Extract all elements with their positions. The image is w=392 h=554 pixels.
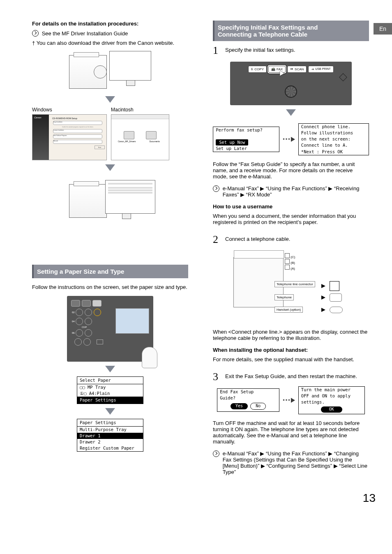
lcd-row-mptray: MP Tray <box>88 385 106 390</box>
install-illustration-2 <box>32 176 188 225</box>
section-fax-heading: Specifying Initial Fax Settings and Conn… <box>213 21 369 41</box>
install-ref-1-text: See the MF Driver Installation Guide <box>42 30 128 37</box>
win-installer-title: CD-ROM/DVD-ROM Setup <box>52 117 103 120</box>
install-ref-2-text: You can also download the driver from th… <box>37 40 175 46</box>
control-panel-illustration: 02 04 CO/P 06 <box>67 296 153 362</box>
ref-arrow-icon <box>213 185 219 192</box>
install-ref-2: † You can also download the driver from … <box>32 40 188 46</box>
dots-arrow-icon: ••• <box>283 136 295 142</box>
function-button-panel: ⎘COPY 📠FAX ⮕SCAN ⇥USB PRINT <box>230 62 352 105</box>
lcdA-setup-later: Set up Later <box>213 145 279 152</box>
ref-fax-2: e-Manual “Fax” ▶ “Using the Fax Function… <box>213 450 369 475</box>
phone-connection-illustration: (C) (B) (A) Telephone line connector Tel… <box>233 249 348 323</box>
lcd-row-register: Register Custom Paper <box>77 445 143 451</box>
lcdC-l2: Guide? <box>217 395 279 401</box>
label-phone: Telephone <box>274 294 294 300</box>
lcdC-l1: End Fax Setup <box>217 389 279 395</box>
scan-button: ⮕SCAN <box>287 66 307 73</box>
step2-paragraph: When <Connect phone line.> appears on th… <box>213 329 369 341</box>
label-c: (C) <box>285 253 295 259</box>
win-btn-start: Start Software Programs <box>53 134 102 138</box>
lcdB-l1: Connect phone line. <box>299 124 369 130</box>
lcdD-l3: settings. <box>299 399 364 405</box>
os-windows-label: Windows <box>32 107 109 113</box>
win-btn-manuals: Manuals <box>53 140 102 144</box>
how-paragraph: When you send a document, the sender inf… <box>213 213 369 225</box>
lcd-row-drawer1: Drawer 1 <box>77 433 143 439</box>
lcdC-no: No <box>250 403 266 410</box>
copy-button: ⎘COPY <box>248 66 267 73</box>
home-icon <box>339 73 347 81</box>
section-paper-heading: Setting a Paper Size and Type <box>32 265 188 278</box>
lcdA-setup-now: Set up Now <box>216 139 248 145</box>
windows-installer-screenshot: Canon CD-ROM/DVD-ROM Setup Easy Installa… <box>32 114 107 160</box>
arrow-right-icon <box>321 284 325 288</box>
dagger: † <box>32 40 35 46</box>
lcd-select-paper: Select Paper ▢▢ MP Tray ①▢ A4:Plain Pape… <box>77 376 143 404</box>
mac-folder-docs: Documents <box>150 140 160 143</box>
when-paragraph: For more details, see the supplied manua… <box>213 356 369 362</box>
install-heading: For details on the installation procedur… <box>32 21 188 27</box>
step-2-number: 2 <box>213 234 221 245</box>
page-number: 13 <box>0 492 376 505</box>
ref-arrow-icon <box>32 30 39 37</box>
os-screenshots: Windows Canon CD-ROM/DVD-ROM Setup Easy … <box>32 107 188 160</box>
lcd-row-papersettings: Paper Settings <box>77 397 143 403</box>
step-2-text: Connect a telephone cable. <box>225 234 369 242</box>
how-heading: How to use a username <box>213 203 369 210</box>
page: For details on the installation procedur… <box>0 0 392 483</box>
win-btn-custom: Custom Installation <box>53 129 102 133</box>
lcd-row-mp: Multi-Purpose Tray <box>77 427 143 433</box>
label-a: (A) <box>285 265 295 270</box>
mac-finder-screenshot: Canon_MF_Drivers Documents <box>111 114 169 160</box>
dots-arrow-icon: ••• <box>283 397 295 403</box>
label-b: (B) <box>285 259 295 265</box>
arrow-down-icon <box>105 366 115 372</box>
lcdD-l1: Turn the main power <box>299 387 364 393</box>
lcd-row-a4plain: A4:Plain <box>89 391 110 396</box>
ref-arrow-icon <box>213 450 219 457</box>
os-mac-label: Macintosh <box>111 107 188 113</box>
arrow-right-icon <box>321 295 325 300</box>
printer-monitor-illus <box>69 51 151 92</box>
step1-paragraph: Follow the “Fax Setup Guide” to specify … <box>213 161 369 180</box>
lcd-paper-settings-title: Paper Settings <box>77 419 143 427</box>
usb-print-button: ⇥USB PRINT <box>308 66 333 73</box>
step-3-text: Exit the Fax Setup Guide, and then resta… <box>225 372 369 379</box>
arrow-down-icon <box>105 96 115 103</box>
install-ref-1: See the MF Driver Installation Guide <box>32 30 188 37</box>
right-column: Specifying Initial Fax Settings and Conn… <box>213 21 369 475</box>
dial-icon <box>285 85 297 98</box>
lcdC-yes: Yes <box>231 403 248 409</box>
lcdB-l4: Connect line to A. <box>299 142 369 148</box>
paper-intro: Follow the instructions on the screen, s… <box>32 284 188 290</box>
lcdD-ok: OK <box>321 406 342 413</box>
phone-icon <box>330 293 342 302</box>
fax-lcd-pair-1: Perform fax setup? Set up Now Set up Lat… <box>213 123 369 155</box>
handset-icon <box>330 307 343 313</box>
fax-lcd-pair-2: End Fax Setup Guide? Yes No ••• Turn the… <box>213 386 369 414</box>
left-column: For details on the installation procedur… <box>32 21 188 475</box>
mac-folder-drivers: Canon_MF_Drivers <box>118 140 136 143</box>
label-connector: Telephone line connector <box>274 281 315 287</box>
lcd-paper-settings: Paper Settings Multi-Purpose Tray Drawer… <box>77 419 143 452</box>
step3-paragraph: Turn OFF the machine and wait for at lea… <box>213 420 369 445</box>
when-heading: When installing the optional handset: <box>213 347 369 353</box>
step-1-text: Specify the initial fax settings. <box>225 45 369 53</box>
lcd-row-drawer2: Drawer 2 <box>77 439 143 445</box>
arrow-down-icon <box>105 164 115 171</box>
arrow-down-icon <box>105 408 115 415</box>
lcd-select-paper-title: Select Paper <box>77 377 143 384</box>
wall-jack-icon <box>330 281 339 291</box>
step-3-number: 3 <box>213 372 221 382</box>
lcdA-line1: Perform fax setup? <box>213 127 279 133</box>
lcdB-l3: on the next screen: <box>299 136 369 142</box>
lcdB-l5: *Next : Press OK <box>299 149 369 155</box>
win-btn-easy: Easy Installation <box>53 121 102 125</box>
arrow-down-icon <box>286 109 296 116</box>
install-illustration-1 <box>32 51 188 92</box>
ref-fax-1-text: e-Manual “Fax” ▶ “Using the Fax Function… <box>223 185 369 198</box>
lcdD-l2: OFF and ON to apply <box>299 393 364 399</box>
ref-fax-1: e-Manual “Fax” ▶ “Using the Fax Function… <box>213 185 369 198</box>
label-handset: Handset (option) <box>274 307 303 313</box>
